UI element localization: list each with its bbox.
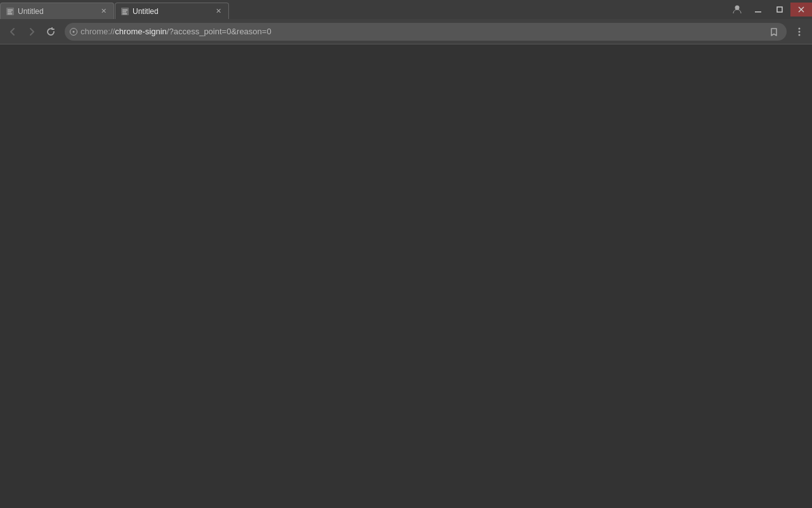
tab-1-close-button[interactable]: ✕: [98, 6, 108, 17]
svg-rect-7: [122, 13, 127, 15]
tab-1[interactable]: Untitled ✕: [0, 3, 114, 19]
svg-point-14: [73, 30, 75, 32]
url-path: /?access_point=0&reason=0: [167, 27, 272, 36]
svg-point-15: [799, 27, 801, 29]
tab-1-title: Untitled: [18, 7, 96, 16]
bookmark-button[interactable]: [766, 24, 782, 39]
tab-2-favicon: [121, 7, 129, 16]
secure-icon: [70, 28, 77, 36]
restore-button[interactable]: [769, 3, 790, 17]
url-protocol: chrome://: [81, 27, 115, 36]
tab-2-close-button[interactable]: ✕: [213, 6, 223, 17]
window-chrome: Untitled ✕ Untitled ✕ +: [0, 0, 812, 44]
back-button[interactable]: [4, 23, 22, 41]
minimize-button[interactable]: [747, 3, 769, 17]
tab-1-favicon: [6, 7, 15, 16]
main-content: [0, 44, 812, 508]
profile-button[interactable]: [727, 3, 747, 17]
address-text: chrome://chrome-signin/?access_point=0&r…: [81, 27, 766, 36]
svg-rect-1: [8, 10, 13, 11]
forward-button[interactable]: [23, 23, 41, 41]
svg-rect-6: [122, 11, 126, 13]
svg-rect-5: [122, 10, 128, 11]
more-options-button[interactable]: [790, 23, 808, 41]
svg-point-8: [735, 6, 740, 10]
address-bar[interactable]: chrome://chrome-signin/?access_point=0&r…: [65, 23, 787, 41]
svg-rect-2: [8, 11, 11, 13]
url-host: chrome-signin: [115, 27, 167, 36]
toolbar-right: [790, 23, 808, 41]
toolbar: chrome://chrome-signin/?access_point=0&r…: [0, 19, 812, 44]
svg-rect-10: [777, 7, 782, 12]
reload-button[interactable]: [42, 23, 60, 41]
svg-point-16: [799, 30, 801, 32]
tab-2[interactable]: Untitled ✕: [115, 3, 229, 19]
svg-point-17: [799, 34, 801, 36]
window-controls: [727, 0, 812, 19]
tab-2-title: Untitled: [133, 7, 211, 16]
svg-rect-9: [755, 11, 761, 13]
close-button[interactable]: [790, 3, 812, 17]
svg-rect-3: [8, 13, 12, 15]
tab-bar: Untitled ✕ Untitled ✕ +: [0, 0, 812, 19]
